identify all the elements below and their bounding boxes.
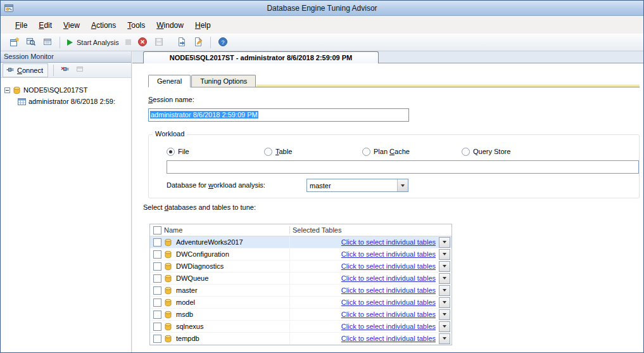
edit-session-icon bbox=[193, 37, 203, 48]
clone-session-button[interactable] bbox=[40, 35, 55, 50]
session-name-input[interactable]: administrator 8/6/2018 2:59:09 PM bbox=[148, 108, 409, 122]
tree-server-item[interactable]: NODE5\SQL2017ST bbox=[4, 84, 131, 96]
select-tables-link[interactable]: Click to select individual tables bbox=[341, 311, 436, 318]
radio-query-store[interactable]: Query Store bbox=[462, 147, 510, 156]
new-session-button[interactable] bbox=[7, 35, 22, 50]
disconnect-icon bbox=[61, 65, 70, 75]
table-row[interactable]: DWQueue Click to select individual table… bbox=[150, 273, 451, 285]
workload-database-select[interactable]: master bbox=[306, 179, 408, 192]
table-row[interactable]: master Click to select individual tables bbox=[150, 285, 451, 297]
radio-plan-cache[interactable]: Plan Cache bbox=[362, 147, 410, 156]
tune-databases-label: Select databases and tables to tune: bbox=[143, 203, 256, 211]
tabstrip-filler bbox=[256, 84, 640, 87]
table-row[interactable]: DWConfiguration Click to select individu… bbox=[150, 248, 451, 260]
session-document-tab[interactable]: NODE5\SQL2017ST - administrator 8/6/2018… bbox=[143, 51, 379, 63]
radio-table-icon bbox=[264, 148, 272, 156]
menu-item-help[interactable]: Help bbox=[189, 18, 217, 32]
edit-session-button[interactable] bbox=[191, 35, 206, 50]
row-checkbox[interactable] bbox=[153, 262, 161, 271]
stop-analysis-button[interactable] bbox=[123, 37, 134, 47]
radio-file[interactable]: File bbox=[167, 147, 189, 156]
tables-dropdown-button[interactable] bbox=[439, 297, 450, 308]
select-tables-link[interactable]: Click to select individual tables bbox=[341, 274, 436, 282]
connect-button[interactable]: Connect bbox=[3, 63, 48, 77]
select-tables-link[interactable]: Click to select individual tables bbox=[341, 250, 436, 258]
page-tabstrip: General Tuning Options bbox=[148, 75, 640, 87]
delete-session-button[interactable] bbox=[135, 35, 150, 50]
menu-item-file[interactable]: File bbox=[9, 18, 33, 32]
connect-icon bbox=[6, 65, 15, 75]
database-icon bbox=[164, 262, 176, 271]
row-checkbox[interactable] bbox=[153, 335, 161, 343]
select-tables-link[interactable]: Click to select individual tables bbox=[341, 335, 436, 342]
session-tree: NODE5\SQL2017ST administrator 8/6/2018 2… bbox=[1, 78, 131, 107]
session-monitor-panel: Session Monitor Connect NODE5\SQL2017ST … bbox=[1, 51, 132, 352]
table-row[interactable]: msdb Click to select individual tables bbox=[150, 309, 451, 321]
session-monitor-title: Session Monitor bbox=[4, 53, 54, 60]
table-row[interactable]: sqlnexus Click to select individual tabl… bbox=[150, 321, 451, 333]
selected-tables-column-header: Selected Tables bbox=[289, 226, 451, 234]
chevron-down-icon bbox=[443, 253, 446, 255]
select-tables-link[interactable]: Click to select individual tables bbox=[341, 286, 436, 294]
titlebar[interactable]: Database Engine Tuning Advisor bbox=[1, 1, 643, 16]
tables-dropdown-button[interactable] bbox=[439, 261, 450, 272]
remove-session-button[interactable] bbox=[73, 63, 86, 77]
panel-toolbar-separator bbox=[53, 65, 54, 76]
session-document-tab-label: NODE5\SQL2017ST - administrator 8/6/2018… bbox=[170, 54, 353, 61]
start-analysis-button[interactable]: Start Analysis bbox=[65, 37, 122, 48]
toolbar-separator bbox=[60, 37, 60, 48]
menu-item-edit[interactable]: Edit bbox=[33, 18, 58, 32]
disconnect-button[interactable] bbox=[59, 63, 72, 77]
tables-dropdown-button[interactable] bbox=[439, 333, 450, 344]
select-tables-link[interactable]: Click to select individual tables bbox=[341, 262, 436, 270]
row-checkbox[interactable] bbox=[153, 250, 161, 259]
chevron-down-icon bbox=[443, 241, 446, 243]
tab-general-label: General bbox=[157, 77, 182, 85]
chevron-down-icon bbox=[443, 289, 446, 292]
database-name: master bbox=[176, 286, 289, 294]
open-session-button[interactable] bbox=[23, 35, 39, 50]
row-checkbox[interactable] bbox=[153, 238, 161, 247]
tables-dropdown-button[interactable] bbox=[439, 273, 450, 284]
row-checkbox[interactable] bbox=[153, 274, 161, 283]
row-checkbox[interactable] bbox=[153, 311, 161, 319]
menu-item-tools[interactable]: Tools bbox=[122, 18, 151, 32]
tree-session-item[interactable]: administrator 8/6/2018 2:59: bbox=[4, 96, 131, 107]
import-workload-button[interactable] bbox=[174, 35, 189, 50]
table-row[interactable]: tempdb Click to select individual tables bbox=[150, 333, 451, 345]
help-button[interactable]: ? bbox=[215, 35, 230, 50]
select-all-checkbox[interactable] bbox=[153, 226, 161, 234]
tables-dropdown-button[interactable] bbox=[439, 237, 450, 248]
database-name: msdb bbox=[176, 311, 289, 318]
table-header: Name Selected Tables bbox=[150, 224, 451, 236]
tab-general[interactable]: General bbox=[148, 75, 191, 87]
workload-database-value: master bbox=[310, 182, 331, 189]
tables-dropdown-button[interactable] bbox=[439, 321, 450, 332]
workload-database-label: Database for workload analysis: bbox=[167, 181, 265, 189]
start-analysis-label: Start Analysis bbox=[77, 39, 119, 46]
chevron-down-icon bbox=[443, 265, 446, 267]
row-checkbox[interactable] bbox=[153, 298, 161, 307]
table-row[interactable]: model Click to select individual tables bbox=[150, 297, 451, 309]
menu-item-actions[interactable]: Actions bbox=[85, 18, 122, 32]
database-icon bbox=[164, 323, 176, 331]
tables-dropdown-button[interactable] bbox=[439, 249, 450, 260]
table-row[interactable]: DWDiagnostics Click to select individual… bbox=[150, 260, 451, 273]
tables-dropdown-button[interactable] bbox=[439, 285, 450, 296]
workload-file-input[interactable] bbox=[167, 160, 639, 174]
menu-item-view[interactable]: View bbox=[58, 18, 85, 32]
row-checkbox[interactable] bbox=[153, 323, 161, 331]
table-row[interactable]: AdventureWorks2017 Click to select indiv… bbox=[150, 236, 451, 248]
tab-tuning-options[interactable]: Tuning Options bbox=[191, 75, 256, 87]
tables-dropdown-button[interactable] bbox=[439, 309, 450, 320]
select-tables-link[interactable]: Click to select individual tables bbox=[341, 298, 436, 306]
select-tables-link[interactable]: Click to select individual tables bbox=[341, 238, 436, 246]
combobox-arrow-button[interactable] bbox=[397, 179, 408, 191]
menu-item-window[interactable]: Window bbox=[151, 18, 189, 32]
collapse-toggle-icon[interactable] bbox=[4, 87, 10, 93]
row-checkbox[interactable] bbox=[153, 286, 161, 295]
save-session-button[interactable] bbox=[151, 35, 167, 50]
chevron-down-icon bbox=[443, 301, 446, 304]
radio-table[interactable]: Table bbox=[264, 147, 292, 156]
select-tables-link[interactable]: Click to select individual tables bbox=[341, 323, 436, 330]
